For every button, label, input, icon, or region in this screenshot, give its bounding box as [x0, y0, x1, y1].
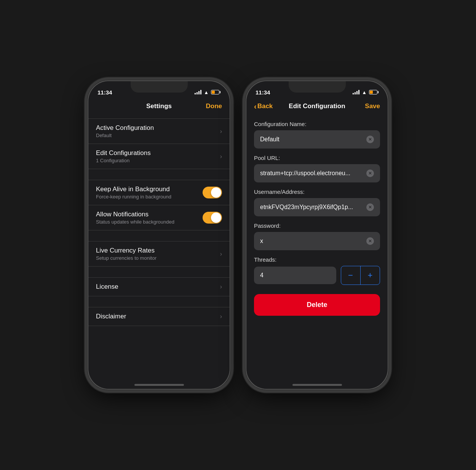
- edit-config-title: Edit Configuration: [273, 102, 361, 110]
- nav-bar-settings: Settings Done: [88, 98, 230, 115]
- time-left: 11:34: [97, 89, 112, 96]
- keep-alive-subtitle: Force-keep running in background: [96, 194, 203, 200]
- chevron-right-icon: ›: [220, 251, 222, 257]
- time-right: 11:34: [256, 89, 270, 96]
- password-clear[interactable]: ✕: [366, 237, 374, 245]
- phone-screen-right: 11:34 ▲: [246, 81, 388, 389]
- license-left: License: [96, 283, 220, 291]
- settings-section-5: Disclaimer ›: [88, 307, 230, 326]
- password-value: x: [260, 238, 366, 245]
- keep-alive-toggle[interactable]: [203, 187, 222, 198]
- edit-configurations-item[interactable]: Edit Configurations 1 Configuration ›: [88, 144, 230, 169]
- active-config-subtitle: Default: [96, 133, 220, 138]
- settings-title: Settings: [115, 102, 203, 110]
- phone-frame-right: 11:34 ▲: [246, 80, 388, 390]
- threads-decrement-button[interactable]: −: [341, 266, 360, 285]
- active-config-left: Active Configuration Default: [96, 124, 220, 138]
- toggle-knob-2: [211, 213, 221, 223]
- settings-section-3: Live Currency Rates Setup currencies to …: [88, 241, 230, 267]
- config-name-label: Configuration Name:: [254, 121, 380, 127]
- threads-increment-button[interactable]: +: [361, 266, 380, 285]
- settings-section-1: Active Configuration Default › Edit Conf…: [88, 118, 230, 169]
- username-label: Username/Address:: [254, 189, 380, 195]
- delete-button[interactable]: Delete: [254, 294, 380, 316]
- threads-stepper: − +: [341, 266, 380, 285]
- config-name-input[interactable]: Default ✕: [254, 130, 380, 149]
- license-title: License: [96, 283, 220, 291]
- username-input[interactable]: etnkFVQd23mYpcyrpj9X6ifQp1p... ✕: [254, 198, 380, 216]
- keep-alive-title: Keep Alive in Background: [96, 185, 203, 193]
- home-indicator-right: [292, 384, 342, 386]
- chevron-right-icon: ›: [220, 153, 222, 160]
- threads-label: Threads:: [254, 256, 380, 263]
- pool-url-value: stratum+tcp://uspool.electroneu...: [260, 170, 366, 177]
- keep-alive-item[interactable]: Keep Alive in Background Force-keep runn…: [88, 180, 230, 205]
- active-configuration-item[interactable]: Active Configuration Default ›: [88, 118, 230, 144]
- notifications-title: Allow Notifications: [96, 211, 203, 218]
- back-chevron-icon: ‹: [254, 102, 257, 110]
- edit-configs-title: Edit Configurations: [96, 149, 220, 157]
- pool-url-input[interactable]: stratum+tcp://uspool.electroneu... ✕: [254, 164, 380, 182]
- license-item[interactable]: License ›: [88, 277, 230, 296]
- threads-input[interactable]: 4: [254, 267, 336, 284]
- nav-bar-edit: ‹ Back Edit Configuration Save: [246, 98, 388, 115]
- home-indicator-left: [134, 384, 184, 386]
- back-label: Back: [257, 102, 273, 110]
- currency-rates-item[interactable]: Live Currency Rates Setup currencies to …: [88, 241, 230, 267]
- wifi-icon: ▲: [204, 90, 209, 95]
- battery-icon-right: [369, 90, 379, 94]
- password-label: Password:: [254, 222, 380, 229]
- phone-edit-config: 11:34 ▲: [246, 80, 388, 390]
- notifications-left: Allow Notifications Status updates while…: [96, 211, 203, 225]
- edit-configs-subtitle: 1 Configuration: [96, 158, 220, 163]
- disclaimer-title: Disclaimer: [96, 313, 220, 320]
- password-input[interactable]: x ✕: [254, 232, 380, 250]
- wifi-icon-right: ▲: [362, 90, 367, 95]
- phone-screen-left: 11:34 ▲: [88, 81, 230, 389]
- toggle-knob: [211, 187, 221, 198]
- notch-right: [289, 81, 346, 93]
- chevron-right-icon: ›: [220, 128, 222, 135]
- active-config-title: Active Configuration: [96, 124, 220, 132]
- settings-section-2: Keep Alive in Background Force-keep runn…: [88, 180, 230, 230]
- username-value: etnkFVQd23mYpcyrpj9X6ifQp1p...: [260, 204, 366, 211]
- pool-url-label: Pool URL:: [254, 155, 380, 161]
- notifications-subtitle: Status updates while backgrounded: [96, 219, 203, 225]
- pool-url-clear[interactable]: ✕: [366, 169, 374, 177]
- save-button[interactable]: Save: [361, 102, 380, 110]
- done-button[interactable]: Done: [203, 102, 222, 110]
- currency-title: Live Currency Rates: [96, 247, 220, 254]
- allow-notifications-item[interactable]: Allow Notifications Status updates while…: [88, 205, 230, 230]
- disclaimer-left: Disclaimer: [96, 313, 220, 320]
- currency-subtitle: Setup currencies to monitor: [96, 255, 220, 261]
- config-name-clear[interactable]: ✕: [366, 136, 374, 143]
- settings-list: Active Configuration Default › Edit Conf…: [88, 115, 230, 389]
- phone-frame-left: 11:34 ▲: [88, 80, 230, 390]
- threads-value: 4: [260, 272, 264, 278]
- username-clear[interactable]: ✕: [366, 203, 374, 211]
- notch-left: [131, 81, 188, 93]
- battery-icon: [211, 90, 220, 94]
- chevron-right-icon: ›: [220, 283, 222, 290]
- signal-icon: [195, 90, 201, 94]
- disclaimer-item[interactable]: Disclaimer ›: [88, 307, 230, 326]
- phone-settings: 11:34 ▲: [88, 80, 230, 390]
- edit-configs-left: Edit Configurations 1 Configuration: [96, 149, 220, 163]
- back-button[interactable]: ‹ Back: [254, 102, 273, 110]
- status-icons-right: ▲: [353, 90, 379, 95]
- settings-section-4: License ›: [88, 277, 230, 296]
- chevron-right-icon: ›: [220, 313, 222, 320]
- currency-left: Live Currency Rates Setup currencies to …: [96, 247, 220, 261]
- signal-icon-right: [353, 90, 359, 94]
- keep-alive-left: Keep Alive in Background Force-keep runn…: [96, 185, 203, 200]
- status-icons-left: ▲: [195, 90, 220, 95]
- config-name-value: Default: [260, 136, 366, 143]
- notifications-toggle[interactable]: [203, 212, 222, 224]
- threads-row: 4 − +: [254, 266, 380, 285]
- edit-config-content: Configuration Name: Default ✕ Pool URL: …: [246, 115, 388, 389]
